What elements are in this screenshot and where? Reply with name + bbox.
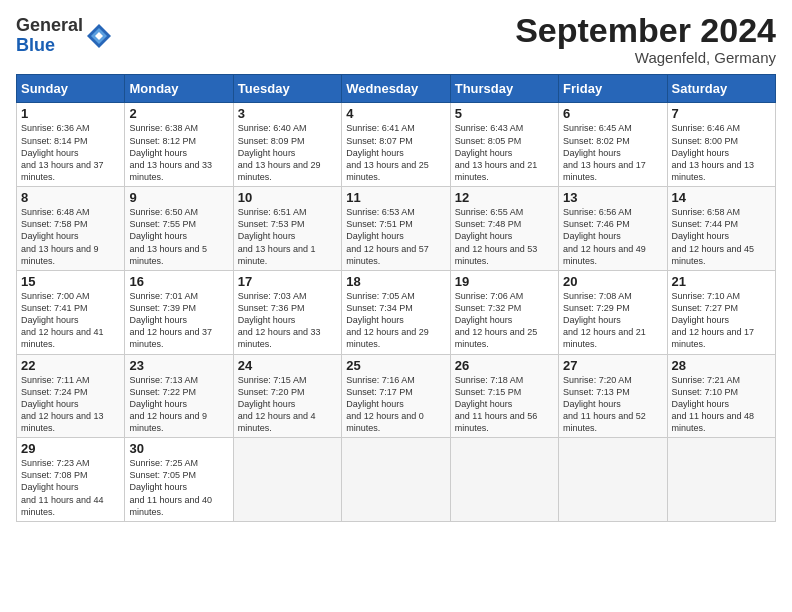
table-cell: 15Sunrise: 7:00 AMSunset: 7:41 PMDayligh… xyxy=(17,270,125,354)
table-cell: 22Sunrise: 7:11 AMSunset: 7:24 PMDayligh… xyxy=(17,354,125,438)
week-row-1: 1Sunrise: 6:36 AMSunset: 8:14 PMDaylight… xyxy=(17,103,776,187)
table-cell: 8Sunrise: 6:48 AMSunset: 7:58 PMDaylight… xyxy=(17,187,125,271)
logo-general-text: General xyxy=(16,15,83,35)
col-tuesday: Tuesday xyxy=(233,75,341,103)
table-cell: 4Sunrise: 6:41 AMSunset: 8:07 PMDaylight… xyxy=(342,103,450,187)
table-cell: 26Sunrise: 7:18 AMSunset: 7:15 PMDayligh… xyxy=(450,354,558,438)
table-cell: 29Sunrise: 7:23 AMSunset: 7:08 PMDayligh… xyxy=(17,438,125,522)
table-cell: 6Sunrise: 6:45 AMSunset: 8:02 PMDaylight… xyxy=(559,103,667,187)
table-cell: 13Sunrise: 6:56 AMSunset: 7:46 PMDayligh… xyxy=(559,187,667,271)
table-cell: 1Sunrise: 6:36 AMSunset: 8:14 PMDaylight… xyxy=(17,103,125,187)
table-cell: 5Sunrise: 6:43 AMSunset: 8:05 PMDaylight… xyxy=(450,103,558,187)
logo: General Blue xyxy=(16,16,113,56)
table-cell xyxy=(342,438,450,522)
table-cell: 14Sunrise: 6:58 AMSunset: 7:44 PMDayligh… xyxy=(667,187,775,271)
calendar-container: General Blue September 2024 Wagenfeld, G… xyxy=(0,0,792,530)
table-cell: 19Sunrise: 7:06 AMSunset: 7:32 PMDayligh… xyxy=(450,270,558,354)
table-cell: 20Sunrise: 7:08 AMSunset: 7:29 PMDayligh… xyxy=(559,270,667,354)
table-cell: 16Sunrise: 7:01 AMSunset: 7:39 PMDayligh… xyxy=(125,270,233,354)
table-cell xyxy=(667,438,775,522)
header-row: Sunday Monday Tuesday Wednesday Thursday… xyxy=(17,75,776,103)
logo-blue-text: Blue xyxy=(16,35,55,55)
table-cell: 25Sunrise: 7:16 AMSunset: 7:17 PMDayligh… xyxy=(342,354,450,438)
table-cell: 11Sunrise: 6:53 AMSunset: 7:51 PMDayligh… xyxy=(342,187,450,271)
col-friday: Friday xyxy=(559,75,667,103)
col-saturday: Saturday xyxy=(667,75,775,103)
week-row-2: 8Sunrise: 6:48 AMSunset: 7:58 PMDaylight… xyxy=(17,187,776,271)
table-cell: 10Sunrise: 6:51 AMSunset: 7:53 PMDayligh… xyxy=(233,187,341,271)
calendar-table: Sunday Monday Tuesday Wednesday Thursday… xyxy=(16,74,776,522)
table-cell: 3Sunrise: 6:40 AMSunset: 8:09 PMDaylight… xyxy=(233,103,341,187)
table-cell: 30Sunrise: 7:25 AMSunset: 7:05 PMDayligh… xyxy=(125,438,233,522)
table-cell: 27Sunrise: 7:20 AMSunset: 7:13 PMDayligh… xyxy=(559,354,667,438)
table-cell: 21Sunrise: 7:10 AMSunset: 7:27 PMDayligh… xyxy=(667,270,775,354)
col-sunday: Sunday xyxy=(17,75,125,103)
table-cell: 9Sunrise: 6:50 AMSunset: 7:55 PMDaylight… xyxy=(125,187,233,271)
table-cell xyxy=(559,438,667,522)
table-cell xyxy=(450,438,558,522)
location: Wagenfeld, Germany xyxy=(515,49,776,66)
table-cell xyxy=(233,438,341,522)
week-row-3: 15Sunrise: 7:00 AMSunset: 7:41 PMDayligh… xyxy=(17,270,776,354)
table-cell: 12Sunrise: 6:55 AMSunset: 7:48 PMDayligh… xyxy=(450,187,558,271)
table-cell: 28Sunrise: 7:21 AMSunset: 7:10 PMDayligh… xyxy=(667,354,775,438)
col-wednesday: Wednesday xyxy=(342,75,450,103)
week-row-4: 22Sunrise: 7:11 AMSunset: 7:24 PMDayligh… xyxy=(17,354,776,438)
table-cell: 17Sunrise: 7:03 AMSunset: 7:36 PMDayligh… xyxy=(233,270,341,354)
table-cell: 2Sunrise: 6:38 AMSunset: 8:12 PMDaylight… xyxy=(125,103,233,187)
header: General Blue September 2024 Wagenfeld, G… xyxy=(16,12,776,66)
table-cell: 18Sunrise: 7:05 AMSunset: 7:34 PMDayligh… xyxy=(342,270,450,354)
week-row-5: 29Sunrise: 7:23 AMSunset: 7:08 PMDayligh… xyxy=(17,438,776,522)
month-title: September 2024 xyxy=(515,12,776,49)
logo-icon xyxy=(85,22,113,50)
col-monday: Monday xyxy=(125,75,233,103)
title-block: September 2024 Wagenfeld, Germany xyxy=(515,12,776,66)
table-cell: 23Sunrise: 7:13 AMSunset: 7:22 PMDayligh… xyxy=(125,354,233,438)
table-cell: 7Sunrise: 6:46 AMSunset: 8:00 PMDaylight… xyxy=(667,103,775,187)
col-thursday: Thursday xyxy=(450,75,558,103)
table-cell: 24Sunrise: 7:15 AMSunset: 7:20 PMDayligh… xyxy=(233,354,341,438)
